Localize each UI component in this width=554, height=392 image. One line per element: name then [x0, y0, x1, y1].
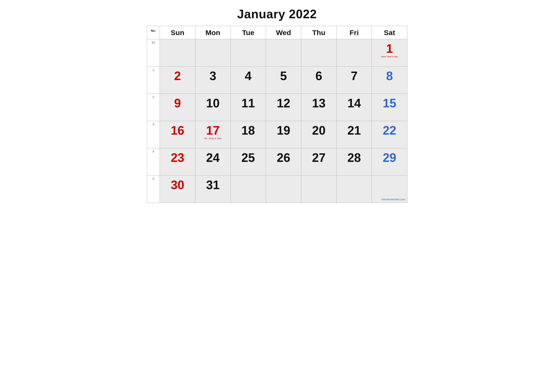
table-row: 28 [337, 148, 372, 176]
header-wed: Wed [266, 26, 301, 39]
table-row: 25 [230, 148, 266, 176]
table-row: 20 [301, 121, 337, 148]
day-number: 24 [196, 150, 229, 164]
day-number: 31 [196, 177, 229, 191]
day-number: 28 [338, 150, 371, 164]
day-number: 2 [161, 68, 194, 82]
table-row: 22 [372, 121, 407, 148]
header-sat: Sat [372, 26, 407, 39]
day-number: 25 [232, 150, 265, 164]
table-row: 19 [266, 121, 301, 148]
holiday-label: ML. King Jr. Day [196, 137, 229, 140]
table-row: 31 [195, 176, 230, 203]
table-row: 2 [160, 67, 195, 94]
table-row: 11 [230, 94, 266, 121]
table-row: 10 [195, 94, 230, 121]
table-row: 1New Year's Day [372, 39, 407, 67]
calendar-table: No. Sun Mon Tue Wed Thu Fri [147, 26, 407, 203]
table-row [266, 39, 301, 67]
day-number: 11 [232, 95, 265, 109]
table-row [337, 176, 372, 203]
table-row: 27 [301, 148, 337, 176]
header-thu: Thu [301, 26, 337, 39]
table-row: 26 [266, 148, 301, 176]
table-row: 23 [160, 148, 195, 176]
day-number: 29 [373, 150, 406, 164]
day-number: 3 [196, 68, 229, 82]
day-number: 9 [161, 95, 194, 109]
header-mon: Mon [195, 26, 230, 39]
day-number: 20 [302, 123, 335, 137]
table-row: 15 [372, 94, 407, 121]
week-number: 5 [147, 176, 160, 203]
day-number: 22 [373, 123, 406, 137]
table-row: 16 [160, 121, 195, 148]
day-number: 27 [302, 150, 335, 164]
day-number: 10 [196, 95, 229, 109]
header-tue: Tue [230, 26, 266, 39]
table-row: 21 [337, 121, 372, 148]
table-row: 24 [195, 148, 230, 176]
day-number: 1 [373, 41, 406, 55]
table-row: 9 [160, 94, 195, 121]
day-number: 14 [338, 95, 371, 109]
day-number: 5 [267, 68, 300, 82]
day-number: 19 [267, 123, 300, 137]
table-row: 6 [301, 67, 337, 94]
header-sun: Sun [160, 26, 195, 39]
day-number: 17 [196, 123, 229, 137]
table-row [301, 176, 337, 203]
table-row [195, 39, 230, 67]
table-row [266, 176, 301, 203]
day-number: 6 [302, 68, 335, 82]
table-row: 29 [372, 148, 407, 176]
day-number: 30 [161, 177, 194, 191]
table-row [301, 39, 337, 67]
table-row [230, 176, 266, 203]
week-number: 3 [147, 121, 160, 148]
table-row: 17ML. King Jr. Day [195, 121, 230, 148]
table-row: 13 [301, 94, 337, 121]
day-number: 15 [373, 95, 406, 109]
table-row: 4 [230, 67, 266, 94]
table-row: 7 [337, 67, 372, 94]
table-row [337, 39, 372, 67]
day-number: 26 [267, 150, 300, 164]
day-number: 13 [302, 95, 335, 109]
table-row: 12 [266, 94, 301, 121]
calendar-title: January 2022 [147, 7, 407, 21]
table-row: 30 [160, 176, 195, 203]
table-row [160, 39, 195, 67]
week-number: 52 [147, 39, 160, 67]
table-row: 18 [230, 121, 266, 148]
day-number: 21 [338, 123, 371, 137]
day-number: 18 [232, 123, 265, 137]
day-number: 16 [161, 123, 194, 137]
table-row: 5 [266, 67, 301, 94]
table-row: 8 [372, 67, 407, 94]
website-link[interactable]: wheniscalendars.com [373, 198, 406, 201]
day-number: 8 [373, 68, 406, 82]
header-fri: Fri [337, 26, 372, 39]
table-row: wheniscalendars.com [372, 176, 407, 203]
day-number: 12 [267, 95, 300, 109]
header-no: No. [147, 26, 160, 39]
calendar: January 2022 No. Sun Mon Tue Wed [147, 7, 407, 203]
week-number: 4 [147, 148, 160, 176]
day-number: 4 [232, 68, 265, 82]
table-row [230, 39, 266, 67]
holiday-label: New Year's Day [373, 55, 406, 58]
week-number: 1 [147, 67, 160, 94]
day-number: 7 [338, 68, 371, 82]
table-row: 14 [337, 94, 372, 121]
table-row: 3 [195, 67, 230, 94]
week-number: 2 [147, 94, 160, 121]
day-number: 23 [161, 150, 194, 164]
